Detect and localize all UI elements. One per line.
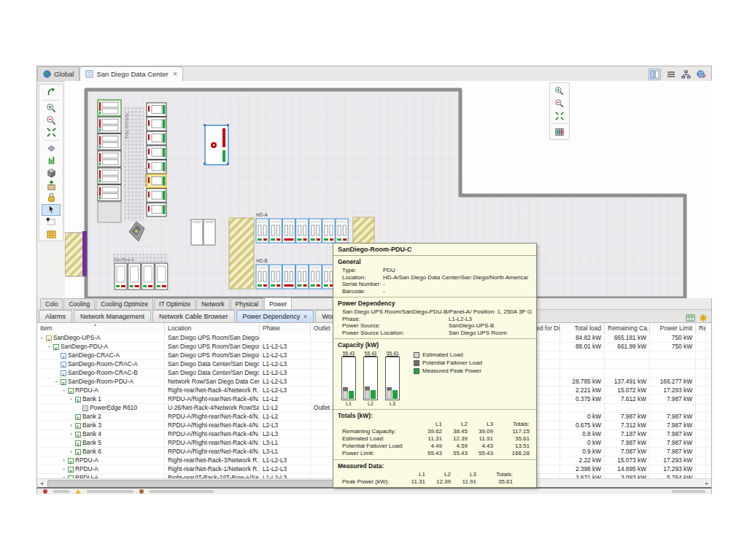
layer-tab-colo[interactable]: Colo (40, 298, 63, 309)
zoom-fit-icon[interactable] (42, 127, 61, 139)
item-cell[interactable]: PowerEdge R610 (37, 404, 165, 412)
item-cell[interactable]: ›pSanDiego-PDU-A (37, 343, 165, 351)
item-cell[interactable]: cSanDiego-Room-CRAC-B (37, 369, 165, 377)
grid-table-icon[interactable] (42, 229, 61, 241)
col-header: Totals: (493, 421, 530, 428)
hierarchy-icon[interactable] (681, 69, 692, 79)
layer-tab-cooling[interactable]: Cooling (63, 298, 95, 309)
expander-open-icon[interactable]: › (46, 344, 53, 349)
zoom-fit-icon[interactable] (550, 110, 569, 122)
marquee-icon[interactable] (42, 217, 61, 228)
tab-san-diego-data-center[interactable]: San Diego Data Center ✕ (80, 66, 183, 81)
item-cell[interactable]: ›uSanDiego-UPS-A (37, 334, 165, 342)
layer-tab-cooling-optimize[interactable]: Cooling Optimize (96, 298, 153, 309)
scroll-right-arrow[interactable]: ▸ (703, 479, 711, 487)
expander-closed-icon[interactable]: › (61, 457, 66, 464)
spacer (338, 471, 398, 478)
redundancy-cell (696, 334, 706, 342)
data-row: Peak Power (kW):11.3112.3911.9135.61 (338, 478, 532, 486)
expander-closed-icon[interactable]: › (69, 422, 74, 429)
phase-cell: L1-L2-L3 (260, 351, 311, 359)
item-cell[interactable]: ›pSanDiego-Room-PDU-A (37, 378, 165, 386)
zoom-out-icon[interactable] (42, 114, 61, 126)
pan-icon[interactable] (42, 143, 61, 155)
column-header-Location[interactable]: Location (165, 323, 260, 334)
redundancy-cell (696, 465, 706, 473)
nav-back-icon[interactable] (42, 87, 61, 98)
item-cell[interactable]: ›pRPDU-A (37, 386, 165, 394)
data-row: Remaining Capacity:39.6238.4539.09117.15 (338, 428, 532, 435)
expander-closed-icon[interactable]: › (69, 431, 74, 438)
item-cell[interactable]: bBank 5 (37, 439, 165, 447)
item-cell[interactable]: ›pRPDU-A (37, 456, 165, 464)
sort-ascending-icon: ▴ (94, 323, 96, 327)
canvas-toolbar-left (39, 84, 63, 241)
floorplan-rack-row-it[interactable] (147, 103, 166, 217)
column-header-Item[interactable]: Item▴ (37, 323, 165, 334)
total-load-cell (560, 369, 605, 377)
data-row: Estimated Load:11.3112.3911.9135.61 (338, 435, 532, 443)
column-header-Power Limit[interactable]: Power Limit (650, 323, 696, 334)
column-header-ed for Di...[interactable]: ed for Di... (533, 323, 560, 334)
menu-icon[interactable] (665, 69, 676, 79)
layer-tab-power[interactable]: Power (264, 298, 292, 309)
remaining-capacity-cell (605, 369, 650, 377)
measure-icon[interactable] (42, 155, 61, 167)
expander-open-icon[interactable]: › (53, 379, 60, 384)
tab-global[interactable]: Global (37, 66, 80, 81)
location-cell: San Diego Data Center/San Diego/... (165, 360, 260, 368)
total-load-cell (560, 404, 605, 412)
legend-label: Measured Peak Power (422, 367, 481, 375)
layer-tab-network[interactable]: Network (196, 298, 229, 309)
expander-open-icon[interactable]: › (68, 397, 74, 402)
zoom-out-icon[interactable] (550, 98, 569, 109)
column-header-Phase[interactable]: Phase (260, 323, 311, 334)
panel-tab-network-management[interactable]: Network Management (74, 310, 151, 322)
item-cell[interactable]: cSanDiego-Room-CRAC-A (37, 360, 165, 368)
expander-closed-icon[interactable]: › (61, 466, 66, 472)
layers-icon[interactable] (550, 126, 569, 138)
item-cell[interactable]: ›bBank 6 (37, 448, 165, 456)
close-icon[interactable]: ✕ (173, 71, 178, 77)
panel-tab-power-dependency[interactable]: Power Dependency✕ (236, 310, 314, 322)
column-header-Remaining Ca...[interactable]: Remaining Ca... (605, 323, 650, 334)
field-label: Phase: (338, 316, 449, 323)
power-limit-cell: 7.987 kW (650, 430, 696, 438)
expander-closed-icon[interactable]: › (69, 448, 74, 455)
zoom-in-icon[interactable] (550, 85, 569, 97)
layer-tab-it-optimize[interactable]: IT Optimize (154, 298, 196, 309)
cube-3d-icon[interactable] (42, 167, 61, 179)
scroll-left-arrow[interactable]: ◂ (37, 479, 46, 487)
empty-rack-slot[interactable] (98, 202, 121, 222)
item-cell[interactable]: ›bBank 4 (37, 430, 165, 438)
expander-open-icon[interactable]: › (61, 388, 67, 393)
general-row: Serial Number:- (338, 281, 532, 288)
lock-icon[interactable] (42, 192, 61, 203)
item-cell[interactable]: ›bBank 1 (37, 395, 165, 403)
split-view-icon[interactable] (649, 69, 661, 80)
item-cell[interactable]: ›pRPDU-A (37, 465, 165, 473)
power-cabinets[interactable] (191, 219, 215, 245)
panel-tab-alarms[interactable]: Alarms (39, 310, 72, 322)
panel-tab-network-cable-browser[interactable]: Network Cable Browser (152, 310, 235, 322)
layer-tab-physical[interactable]: Physical (231, 298, 264, 309)
import-icon[interactable] (42, 179, 61, 191)
device-type-icon-b: b (75, 423, 81, 429)
close-icon[interactable]: ✕ (303, 314, 307, 320)
column-header-Re[interactable]: Re (696, 323, 706, 334)
room-ups-panel[interactable] (204, 124, 229, 165)
zoom-in-icon[interactable] (42, 102, 61, 114)
item-cell[interactable]: bBank 2 (37, 413, 165, 421)
power-dependency-row: Power Source Location:San Diego UPS Room (338, 330, 532, 337)
power-limit-cell: 7.987 kW (650, 395, 696, 403)
globe-edit-icon[interactable] (696, 69, 707, 79)
device-type-icon-c: c (61, 353, 66, 359)
select-cursor-icon[interactable] (42, 204, 61, 216)
item-cell[interactable]: cSanDiego-CRAC-A (37, 351, 165, 359)
screenshot-stage: Global San Diego Data Center ✕ (0, 0, 747, 560)
power-limit-cell: 750 kW (650, 334, 696, 342)
column-header-Total load[interactable]: Total load (560, 323, 605, 334)
expander-open-icon[interactable]: › (39, 335, 45, 341)
floorplan-rack-row-hd-a[interactable] (256, 219, 348, 243)
item-cell[interactable]: ›bBank 3 (37, 421, 165, 429)
